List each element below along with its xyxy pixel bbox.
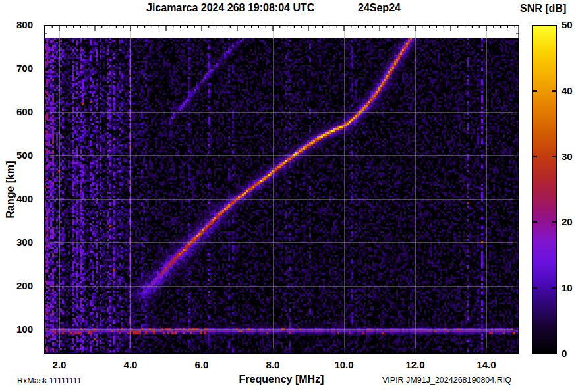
source-file-text: VIPIR JM91J_2024268190804.RIQ xyxy=(382,376,511,385)
y-tick-label: 600 xyxy=(0,106,33,117)
x-tick-label: 4.0 xyxy=(116,359,145,370)
colorbar-tick-label: 30 xyxy=(562,151,576,162)
y-tick-label: 800 xyxy=(0,19,33,30)
colorbar-tick xyxy=(552,287,556,289)
colorbar-tick-label: 0 xyxy=(562,348,576,359)
x-tick-label: 6.0 xyxy=(187,359,216,370)
y-tick-label: 300 xyxy=(0,237,33,248)
colorbar-tick-label: 10 xyxy=(562,282,576,293)
y-tick-label: 700 xyxy=(0,63,33,74)
colorbar-tick-label: 20 xyxy=(562,216,576,227)
ionogram-heatmap xyxy=(44,25,519,354)
page-title: Jicamarca 2024 268 19:08:04 UTC xyxy=(146,2,314,14)
colorbar-tick xyxy=(552,156,556,157)
x-tick-label: 2.0 xyxy=(45,359,74,370)
y-tick-label: 200 xyxy=(0,280,33,291)
snr-colorbar xyxy=(532,25,557,354)
page-title-date: 24Sep24 xyxy=(358,2,401,14)
colorbar-tick-label: 50 xyxy=(562,19,576,30)
x-tick-label: 12.0 xyxy=(401,359,430,370)
colorbar-tick xyxy=(552,221,556,223)
x-tick-label: 8.0 xyxy=(258,359,287,370)
colorbar-tick-label: 40 xyxy=(562,85,576,96)
colorbar-tick xyxy=(552,90,556,92)
colorbar-tick xyxy=(533,156,537,157)
colorbar-tick xyxy=(533,221,537,223)
y-tick-label: 400 xyxy=(0,193,33,204)
y-tick-label: 500 xyxy=(0,150,33,161)
colorbar-tick xyxy=(533,90,537,92)
y-tick-label: 100 xyxy=(0,323,33,335)
x-tick-label: 10.0 xyxy=(330,359,359,370)
x-axis-label: Frequency [MHz] xyxy=(229,374,334,385)
x-tick-label: 14.0 xyxy=(472,359,501,370)
colorbar-tick xyxy=(533,287,537,289)
rxmask-text: RxMask 11111111 xyxy=(17,376,82,385)
ionogram-window: Jicamarca 2024 268 19:08:04 UTC 24Sep24 … xyxy=(0,0,576,392)
y-axis-label: Range [km] xyxy=(5,157,16,223)
colorbar-title: SNR [dB] xyxy=(520,3,566,14)
